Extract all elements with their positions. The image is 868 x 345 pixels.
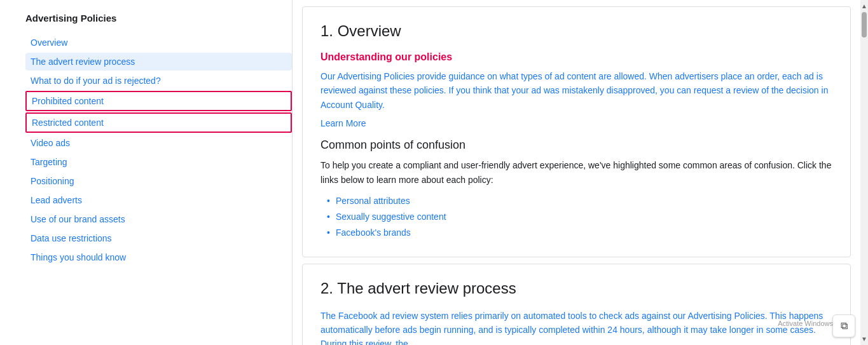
list-item[interactable]: Sexually suggestive content [327,209,832,225]
sidebar-nav: Overview The advert review process What … [25,34,292,266]
subsection1-title: Understanding our policies [320,51,832,63]
section1-title: 1. Overview [320,22,832,40]
main-content: 1. Overview Understanding our policies O… [293,0,860,345]
scroll-up-arrow[interactable]: ▲ [861,3,867,10]
subsection2-title: Common points of confusion [320,139,832,152]
scrollbar-thumb[interactable] [862,12,867,37]
sidebar-item-data-use[interactable]: Data use restrictions [25,229,292,247]
list-item[interactable]: Personal attributes [327,193,832,209]
external-link-icon: ⧉ [841,320,848,332]
activate-windows-text: Activate Windows [778,320,833,327]
sidebar-item-positioning[interactable]: Positioning [25,172,292,190]
external-link-button[interactable]: ⧉ [832,315,855,337]
sidebar-item-advert-review-process[interactable]: The advert review process [25,53,292,71]
confusion-list: Personal attributes Sexually suggestive … [327,193,832,241]
sidebar-item-overview[interactable]: Overview [25,34,292,51]
subsection1-text: Our Advertising Policies provide guidanc… [320,69,832,112]
sidebar-item-brand-assets[interactable]: Use of our brand assets [25,210,292,228]
sidebar-item-video-ads[interactable]: Video ads [25,134,292,152]
sidebar-item-lead-adverts[interactable]: Lead adverts [25,191,292,209]
scroll-down-arrow[interactable]: ▼ [861,335,867,342]
sidebar-item-things-to-know[interactable]: Things you should know [25,248,292,266]
section-overview: 1. Overview Understanding our policies O… [302,6,851,257]
sidebar-item-prohibited-content[interactable]: Prohibited content [25,91,292,111]
section-advert-review: 2. The advert review process The Faceboo… [302,264,851,345]
section2-title: 2. The advert review process [320,280,832,297]
section2-text: The Facebook ad review system relies pri… [320,309,832,345]
subsection2-text: To help you create a compliant and user-… [320,158,832,187]
sidebar-title: Advertising Policies [25,13,292,24]
sidebar: Advertising Policies Overview The advert… [0,0,293,345]
learn-more-link[interactable]: Learn More [320,118,366,128]
list-item[interactable]: Facebook's brands [327,225,832,241]
scrollbar[interactable]: ▲ ▼ [860,0,868,345]
sidebar-item-targeting[interactable]: Targeting [25,153,292,171]
sidebar-item-restricted-content[interactable]: Restricted content [25,112,292,133]
sidebar-item-rejected[interactable]: What to do if your ad is rejected? [25,72,292,90]
